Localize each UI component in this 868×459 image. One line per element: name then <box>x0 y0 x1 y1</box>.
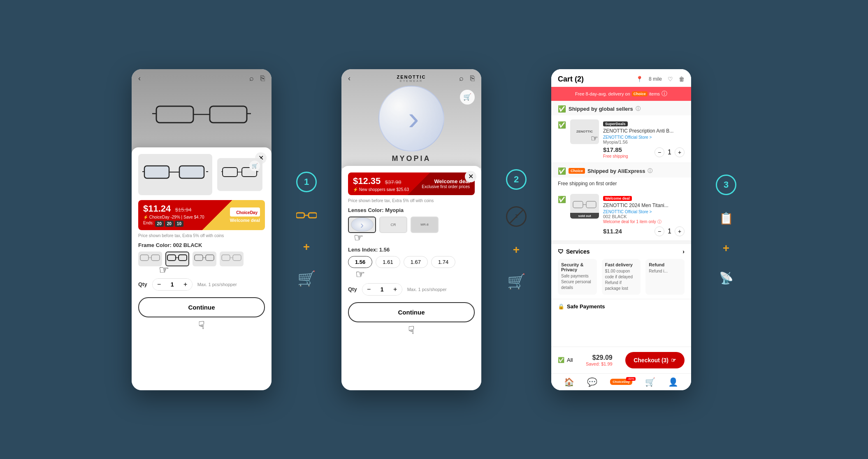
qty-label-2: Qty <box>348 286 357 292</box>
nav-cart[interactable]: 🛒 <box>645 377 655 387</box>
price-banner-1: $11.24 $15.94 ⚡ ChoiceDay -29% | Save $4… <box>138 200 265 230</box>
nav-home[interactable]: 🏠 <box>564 377 574 387</box>
brand-name-2: ZENOTTIC <box>397 75 426 79</box>
cart-button-2[interactable]: 🛒 <box>460 90 475 105</box>
cursor-hand-lens: ☞ <box>354 231 475 244</box>
nav-messages[interactable]: 💬 <box>587 377 597 387</box>
location-icon[interactable]: 📍 <box>636 76 643 82</box>
search-icon[interactable]: ⌕ <box>249 74 254 83</box>
lens-index-167[interactable]: 1.67 <box>404 256 428 268</box>
safe-payments-section: 🔒 Safe Payments <box>551 299 691 316</box>
zenottic-icon: Z <box>506 206 527 227</box>
lens-type-label: MYOPIA <box>392 154 431 163</box>
swatch-4[interactable] <box>220 252 244 266</box>
product-main-image <box>138 154 212 195</box>
svg-rect-32 <box>573 201 583 208</box>
nav-choiceday[interactable]: ChoiceDay -60% <box>610 379 632 385</box>
qty-controls: − 1 + <box>152 278 193 291</box>
back-icon[interactable]: ‹ <box>138 74 141 83</box>
continue-button-1[interactable]: Continue <box>138 297 265 317</box>
svg-rect-20 <box>167 255 176 261</box>
wireless-icon: 📡 <box>719 271 733 285</box>
svg-rect-10 <box>145 166 169 178</box>
add-to-cart-small[interactable]: 🛒 <box>249 161 260 171</box>
item-1-variant: Myopia/1.56 <box>603 140 685 144</box>
svg-rect-27 <box>233 255 241 261</box>
share-icon[interactable]: ⎘ <box>260 74 265 83</box>
lens-index-174[interactable]: 1.74 <box>431 256 455 268</box>
cart-container: Cart (2) 📍 8 mile ♡ 🗑 Free 8-day-avg. de… <box>551 69 691 390</box>
choiceday-badge: ChoiceDay <box>236 210 258 215</box>
services-chevron[interactable]: › <box>682 248 685 255</box>
continue-button-2[interactable]: Continue <box>348 302 475 322</box>
profile-icon: 👤 <box>668 377 678 387</box>
nav-profile[interactable]: 👤 <box>668 377 678 387</box>
product-modal-2: ✕ $12.35 $37.98 ⚡ New shoppers save $25.… <box>341 166 481 390</box>
welcome-deal-right: Welcome deal Exclusive first order price… <box>422 178 470 189</box>
sold-out-badge: sold out <box>570 213 599 219</box>
share-icon-2[interactable]: ⎘ <box>470 74 475 83</box>
step-number-1: 1 <box>296 172 317 192</box>
svg-rect-26 <box>222 255 230 261</box>
qty-value: 1 <box>166 281 179 288</box>
back-icon-2[interactable]: ‹ <box>348 74 350 83</box>
item-2-store[interactable]: ZENOTTIC Official Store > <box>603 210 685 214</box>
lens-swatch-3[interactable]: MR-8 <box>411 217 439 233</box>
plus-icon-2: + <box>513 243 520 256</box>
cart-item-1-info: SuperDeals ZENOTTIC Prescription Anti B.… <box>603 119 685 158</box>
lens-swatch-selected[interactable]: › <box>348 217 376 233</box>
svg-rect-17 <box>140 255 149 261</box>
qty-controls-2: − 1 + <box>362 283 402 296</box>
item-2-qty-increase[interactable]: + <box>675 226 685 236</box>
super-deals-badge: SuperDeals <box>603 121 628 126</box>
main-container: ‹ ⌕ ⎘ ✕ <box>0 0 868 459</box>
safe-payments-title: 🔒 Safe Payments <box>558 303 685 310</box>
qty-decrease[interactable]: − <box>153 279 166 290</box>
welcome-deal-badge: Welcome deal <box>230 218 260 223</box>
delete-icon[interactable]: 🗑 <box>679 76 685 82</box>
services-section: 🛡 Services › Security & Privacy Safe pay… <box>551 241 691 299</box>
timer-seconds: 10 <box>175 221 183 227</box>
qty-decrease-2[interactable]: − <box>362 284 376 295</box>
svg-rect-1 <box>210 106 247 123</box>
free-shipping-note: Free shipping on first order <box>551 177 691 190</box>
cursor-hand-lens-index: ☞ <box>355 268 475 281</box>
swatch-3[interactable] <box>193 252 216 266</box>
qty-increase-2[interactable]: + <box>389 284 402 295</box>
step-number-2: 2 <box>506 169 527 190</box>
price-original: $15.94 <box>175 207 192 213</box>
modal-close-button-2[interactable]: ✕ <box>465 171 476 182</box>
plus-icon-3: + <box>723 242 729 255</box>
right-icons: 3 📋 + 📡 <box>716 175 736 285</box>
item-1-store[interactable]: ZENOTTIC Official Store > <box>603 135 685 140</box>
exclusive-text: Exclusive first order prices <box>422 184 470 189</box>
item-2-qty-decrease[interactable]: − <box>654 226 664 236</box>
welcome-deal-title: Welcome deal <box>422 178 470 184</box>
check-icon-2: ✅ <box>558 167 566 175</box>
cursor-hand-cart-1: ☞ <box>591 133 598 143</box>
lens-index-161[interactable]: 1.61 <box>376 256 400 268</box>
wishlist-icon[interactable]: ♡ <box>668 76 673 82</box>
global-sellers-label: Shipped by global sellers <box>569 106 633 112</box>
item-2-qty: 1 <box>668 228 671 235</box>
item-1-qty-decrease[interactable]: − <box>654 147 664 157</box>
svg-rect-12 <box>223 168 237 177</box>
search-icon-2[interactable]: ⌕ <box>459 74 464 83</box>
item-1-qty-increase[interactable]: + <box>675 147 685 157</box>
lens-index-156[interactable]: 1.56 <box>348 256 372 268</box>
cart-icon: 🛒 <box>297 270 316 287</box>
qty-increase[interactable]: + <box>179 279 192 290</box>
checkout-button[interactable]: Checkout (3) ☞ <box>625 352 685 368</box>
cart-check-2[interactable]: ✅ <box>558 196 566 203</box>
fast-delivery-title: Fast delivery <box>605 262 638 267</box>
continue-label-2: Continue <box>398 309 425 316</box>
all-checkbox[interactable]: ✅ All <box>558 357 573 363</box>
cursor-hand-continue-2: ☟ <box>348 324 475 337</box>
checkout-bar: ✅ All $29.09 Saved: $1.99 Checkout (3) ☞ <box>551 347 691 373</box>
lens-swatch-2[interactable]: CR <box>379 217 407 233</box>
aliexpress-info: ⓘ <box>648 168 652 175</box>
notepad-icon: 📋 <box>719 212 733 225</box>
section-global-sellers: ✅ Shipped by global sellers ⓘ <box>551 101 691 115</box>
price-banner-2: $12.35 $37.98 ⚡ New shoppers save $25.63… <box>348 172 475 195</box>
cart-check-1[interactable]: ✅ <box>558 121 566 129</box>
